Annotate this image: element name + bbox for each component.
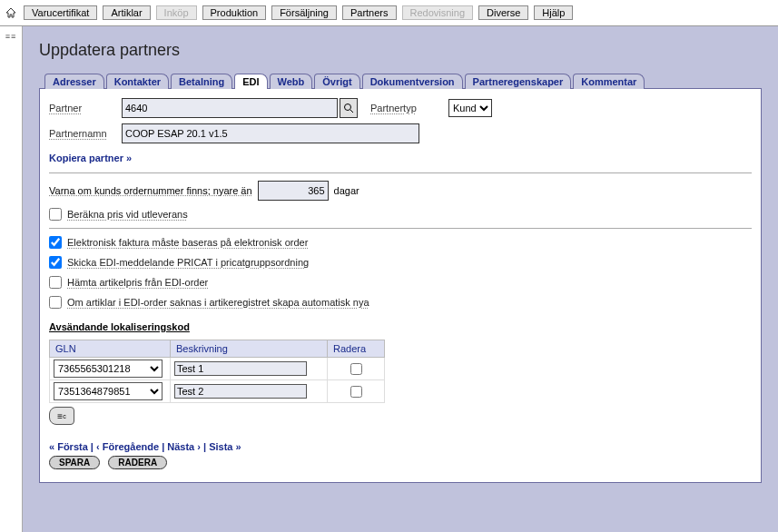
- check-row-1: Elektronisk faktura måste baseras på ele…: [49, 236, 752, 249]
- tab-partneregenskaper[interactable]: Partneregenskaper: [465, 74, 572, 89]
- section-title: Avsändande lokaliseringskod: [49, 321, 752, 332]
- delete-checkbox-1[interactable]: [350, 386, 362, 398]
- tab-edi[interactable]: EDI: [234, 74, 267, 89]
- delete-button[interactable]: RADERA: [108, 456, 167, 469]
- pager-prev[interactable]: ‹ Föregående: [96, 441, 159, 452]
- save-button[interactable]: SPARA: [49, 456, 100, 469]
- home-icon[interactable]: [4, 5, 18, 20]
- menu-varucertifikat[interactable]: Varucertifikat: [24, 5, 97, 20]
- checkbox-0[interactable]: [49, 208, 62, 221]
- gln-table: GLN Beskrivning Radera 73655653012187351…: [49, 340, 385, 403]
- svg-point-0: [345, 104, 351, 111]
- desc-input-1[interactable]: [174, 384, 307, 399]
- checkbox-2[interactable]: [49, 256, 62, 269]
- menu-försäljning[interactable]: Försäljning: [271, 5, 337, 20]
- checkbox-group: Beräkna pris vid utleveransElektronisk f…: [49, 208, 752, 309]
- tab-kommentar[interactable]: Kommentar: [573, 74, 645, 89]
- tab-adresser[interactable]: Adresser: [44, 74, 104, 89]
- content-area: Uppdatera partners AdresserKontakterBeta…: [23, 26, 778, 532]
- table-row: 7351364879851: [50, 380, 385, 403]
- menu-partners[interactable]: Partners: [342, 5, 397, 20]
- col-del: Radera: [328, 340, 385, 358]
- checkbox-label-0: Beräkna pris vid utleverans: [67, 209, 188, 220]
- check-row-3: Hämta artikelpris från EDI-order: [49, 276, 752, 289]
- check-row-2: Skicka EDI-meddelande PRICAT i pricatgru…: [49, 256, 752, 269]
- check-row-0: Beräkna pris vid utleverans: [49, 208, 752, 221]
- gln-select-0[interactable]: 7365565301218: [54, 360, 162, 378]
- page-title: Uppdatera partners: [39, 41, 762, 60]
- svg-line-1: [350, 110, 353, 113]
- pager-next[interactable]: Nästa ›: [167, 441, 201, 452]
- partner-input[interactable]: [122, 98, 338, 118]
- menu-hjälp[interactable]: Hjälp: [534, 5, 573, 20]
- menu-grip-icon[interactable]: ≡≡: [5, 32, 17, 41]
- tab-strip: AdresserKontakterBetalningEDIWebbÖvrigtD…: [39, 73, 762, 88]
- days-suffix-label: dagar: [334, 185, 359, 196]
- menu-artiklar[interactable]: Artiklar: [103, 5, 150, 20]
- copy-partner-link[interactable]: Kopiera partner »: [49, 153, 132, 163]
- top-menu-bar: VarucertifikatArtiklarInköpProduktionFör…: [0, 0, 778, 26]
- checkbox-label-4: Om artiklar i EDI-order saknas i artiker…: [67, 297, 369, 308]
- partnernamn-input[interactable]: [122, 123, 419, 143]
- tab-dokumentversion[interactable]: Dokumentversion: [362, 74, 463, 89]
- partnertyp-label: Partnertyp: [370, 103, 443, 113]
- menu-produktion[interactable]: Produktion: [202, 5, 267, 20]
- days-input[interactable]: [258, 181, 329, 201]
- check-row-4: Om artiklar i EDI-order saknas i artiker…: [49, 296, 752, 309]
- checkbox-1[interactable]: [49, 236, 62, 249]
- delete-checkbox-0[interactable]: [350, 363, 362, 375]
- left-gutter: ≡≡: [0, 26, 23, 532]
- partner-label: Partner: [49, 103, 122, 113]
- partnernamn-label: Partnernamn: [49, 128, 122, 139]
- checkbox-label-1: Elektronisk faktura måste baseras på ele…: [67, 237, 308, 248]
- add-row-button[interactable]: ≡c: [49, 407, 74, 425]
- checkbox-3[interactable]: [49, 276, 62, 289]
- col-desc: Beskrivning: [171, 340, 328, 358]
- pager-last[interactable]: Sista »: [209, 441, 241, 452]
- col-gln: GLN: [50, 340, 171, 358]
- menu-items: VarucertifikatArtiklarInköpProduktionFör…: [24, 5, 578, 20]
- menu-inköp: Inköp: [156, 5, 197, 20]
- pager-first[interactable]: « Första: [49, 441, 88, 452]
- menu-redovisning: Redovisning: [402, 5, 474, 20]
- desc-input-0[interactable]: [174, 361, 307, 376]
- tab-betalning[interactable]: Betalning: [171, 74, 232, 89]
- partner-lookup-button[interactable]: [340, 98, 358, 118]
- days-prefix-label: Varna om kunds ordernummer finns; nyare …: [49, 185, 252, 196]
- tab-webb[interactable]: Webb: [270, 74, 313, 89]
- table-row: 7365565301218: [50, 358, 385, 380]
- pager: « Första | ‹ Föregående | Nästa › | Sist…: [49, 441, 752, 452]
- partnertyp-select[interactable]: Kund: [448, 99, 492, 117]
- tab-panel-edi: Partner Partnertyp Kund Partnernamn Kopi…: [39, 88, 762, 483]
- tab-övrigt[interactable]: Övrigt: [314, 74, 359, 89]
- checkbox-label-3: Hämta artikelpris från EDI-order: [67, 277, 208, 288]
- tab-kontakter[interactable]: Kontakter: [106, 74, 169, 89]
- menu-diverse[interactable]: Diverse: [478, 5, 528, 20]
- checkbox-4[interactable]: [49, 296, 62, 309]
- gln-select-1[interactable]: 7351364879851: [54, 382, 162, 400]
- checkbox-label-2: Skicka EDI-meddelande PRICAT i pricatgru…: [67, 257, 309, 268]
